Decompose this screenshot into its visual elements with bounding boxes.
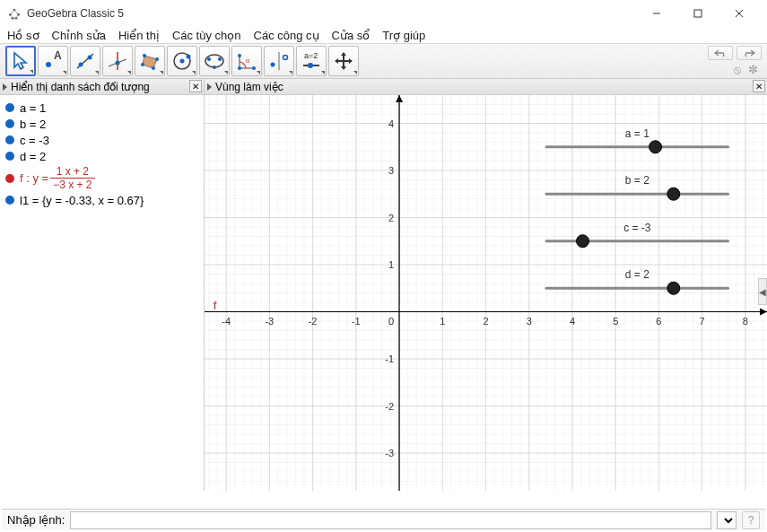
svg-point-25 xyxy=(207,57,211,61)
graphics-panel: Vùng làm việc ✕ -4-3-2-112345678-3-2-112… xyxy=(205,79,767,491)
maximize-button[interactable] xyxy=(677,0,719,27)
svg-point-189 xyxy=(649,141,662,153)
svg-point-30 xyxy=(238,66,241,70)
algebra-close-button[interactable]: ✕ xyxy=(189,80,202,92)
svg-point-17 xyxy=(143,54,146,57)
tool-line[interactable] xyxy=(70,46,100,76)
svg-text:1: 1 xyxy=(440,316,445,327)
svg-point-33 xyxy=(271,63,275,67)
svg-text:7: 7 xyxy=(700,316,705,327)
redo-button[interactable] xyxy=(736,46,762,60)
toolbar: A α a=2 ⦸ ✼ xyxy=(0,43,767,79)
svg-point-37 xyxy=(308,63,313,68)
svg-text:a = 1: a = 1 xyxy=(625,127,649,140)
svg-point-24 xyxy=(205,55,223,67)
tool-perpendicular[interactable] xyxy=(102,46,133,76)
tool-move[interactable] xyxy=(5,46,36,76)
svg-text:3: 3 xyxy=(527,316,532,327)
menu-help[interactable]: Trợ giúp xyxy=(382,29,425,42)
svg-text:-2: -2 xyxy=(309,316,318,327)
algebra-item-f[interactable]: f : y = 1 x + 2−3 x + 2 xyxy=(5,165,198,191)
graphics-view[interactable]: -4-3-2-112345678-3-2-112340fa = 1b = 2c … xyxy=(205,95,767,491)
help-icon[interactable]: ⦸ xyxy=(734,63,741,77)
minimize-button[interactable] xyxy=(636,0,677,27)
tool-circle[interactable] xyxy=(167,46,197,76)
window-title: GeoGebra Classic 5 xyxy=(27,7,124,20)
tool-slider[interactable]: a=2 xyxy=(296,46,327,76)
svg-rect-6 xyxy=(694,10,702,17)
menu-view[interactable]: Hiển thị xyxy=(118,29,160,42)
svg-point-13 xyxy=(88,56,92,60)
tool-move-view[interactable] xyxy=(328,46,359,76)
svg-point-195 xyxy=(577,235,589,248)
svg-point-18 xyxy=(155,57,159,61)
svg-text:3: 3 xyxy=(388,165,394,176)
svg-point-198 xyxy=(667,282,680,294)
svg-point-12 xyxy=(79,63,83,67)
app-logo-icon xyxy=(7,6,22,21)
svg-text:4: 4 xyxy=(388,118,394,129)
svg-text:4: 4 xyxy=(570,316,575,327)
menu-tools[interactable]: Các công cụ xyxy=(254,29,319,42)
svg-text:-1: -1 xyxy=(385,353,394,364)
undo-button[interactable] xyxy=(708,46,733,60)
tool-point[interactable]: A xyxy=(38,46,68,76)
graphics-panel-title: Vùng làm việc xyxy=(215,81,283,93)
svg-text:c = -3: c = -3 xyxy=(623,222,651,234)
svg-point-29 xyxy=(238,54,241,57)
svg-text:-3: -3 xyxy=(265,316,274,327)
svg-point-9 xyxy=(46,62,51,67)
title-bar: GeoGebra Classic 5 xyxy=(0,0,767,27)
algebra-item-a[interactable]: a = 1 xyxy=(5,100,198,115)
svg-text:a=2: a=2 xyxy=(304,51,318,60)
svg-point-34 xyxy=(283,56,288,60)
svg-text:-4: -4 xyxy=(222,316,231,327)
collapse-icon[interactable] xyxy=(3,83,7,91)
graphics-panel-header: Vùng làm việc ✕ xyxy=(205,79,767,95)
svg-text:-3: -3 xyxy=(385,448,394,458)
svg-text:1: 1 xyxy=(388,259,394,270)
tool-reflect[interactable] xyxy=(264,46,294,76)
svg-text:-2: -2 xyxy=(385,401,394,412)
algebra-panel-header: Hiển thị danh sách đối tượng ✕ xyxy=(0,79,204,95)
algebra-item-c[interactable]: c = -3 xyxy=(5,133,198,147)
svg-text:b = 2: b = 2 xyxy=(625,174,649,187)
tool-ellipse[interactable] xyxy=(199,46,230,76)
svg-point-31 xyxy=(252,66,256,70)
svg-point-192 xyxy=(667,188,680,200)
menu-edit[interactable]: Chỉnh sửa xyxy=(52,29,106,42)
svg-text:α: α xyxy=(246,57,249,64)
input-label: Nhập lệnh: xyxy=(7,513,65,527)
settings-icon[interactable]: ✼ xyxy=(748,63,758,77)
algebra-item-d[interactable]: d = 2 xyxy=(5,149,198,163)
command-input[interactable] xyxy=(70,511,711,529)
tool-polygon[interactable] xyxy=(135,46,165,76)
algebra-panel-title: Hiển thị danh sách đối tượng xyxy=(11,81,150,93)
algebra-item-l1[interactable]: l1 = {y = -0.33, x = 0.67} xyxy=(5,193,198,207)
svg-text:f: f xyxy=(214,299,217,312)
svg-point-19 xyxy=(152,66,155,70)
input-bar: Nhập lệnh: ? xyxy=(2,509,765,530)
svg-text:6: 6 xyxy=(656,316,661,327)
svg-text:2: 2 xyxy=(483,316,488,327)
svg-point-22 xyxy=(180,59,185,64)
svg-text:d = 2: d = 2 xyxy=(625,268,649,281)
input-help-button[interactable]: ? xyxy=(742,511,760,529)
svg-point-20 xyxy=(141,63,144,66)
svg-text:2: 2 xyxy=(388,213,394,223)
svg-point-23 xyxy=(187,55,191,59)
side-expand-tab[interactable]: ◀ xyxy=(758,278,767,305)
algebra-item-b[interactable]: b = 2 xyxy=(5,117,198,131)
menu-file[interactable]: Hồ sơ xyxy=(7,29,39,42)
command-history-dropdown[interactable] xyxy=(717,511,736,529)
svg-point-26 xyxy=(218,57,222,61)
menu-window[interactable]: Cửa sổ xyxy=(332,29,370,42)
collapse-icon[interactable] xyxy=(207,83,212,91)
algebra-panel: Hiển thị danh sách đối tượng ✕ a = 1 b =… xyxy=(0,79,205,491)
graphics-close-button[interactable]: ✕ xyxy=(753,80,765,92)
close-button[interactable] xyxy=(719,0,760,27)
menu-options[interactable]: Các tùy chọn xyxy=(172,29,241,42)
svg-text:A: A xyxy=(54,49,62,62)
tool-angle[interactable]: α xyxy=(231,46,262,76)
svg-text:8: 8 xyxy=(743,316,748,327)
